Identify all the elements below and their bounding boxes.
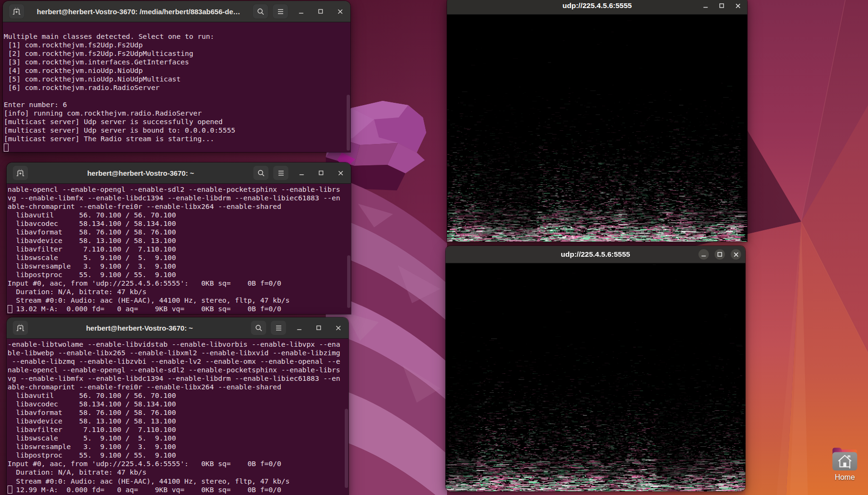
new-tab-button[interactable] bbox=[12, 165, 28, 180]
close-button[interactable] bbox=[733, 0, 743, 11]
search-icon bbox=[255, 324, 263, 332]
search-button[interactable] bbox=[251, 320, 267, 335]
minimize-icon bbox=[299, 171, 304, 175]
minimize-icon bbox=[297, 325, 302, 330]
search-button[interactable] bbox=[253, 165, 269, 180]
terminal2-cursor bbox=[8, 305, 12, 313]
minimize-button[interactable] bbox=[698, 249, 709, 260]
close-icon bbox=[336, 325, 341, 331]
terminal1-output: Multiple main classes detected. Select o… bbox=[3, 22, 350, 143]
terminal3-screen[interactable]: -enable-libtwolame --enable-libvidstab -… bbox=[7, 339, 349, 495]
video2-titlebar[interactable]: udp://225.4.5.6:5555 bbox=[446, 246, 745, 263]
search-icon bbox=[257, 169, 265, 177]
terminal2-title: herbert@herbert-Vostro-3670: ~ bbox=[28, 169, 253, 177]
minimize-button[interactable] bbox=[700, 0, 711, 11]
minimize-icon bbox=[703, 3, 708, 8]
maximize-icon bbox=[319, 171, 323, 175]
minimize-icon bbox=[701, 252, 706, 257]
terminal2-titlebar[interactable]: herbert@herbert-Vostro-3670: ~ bbox=[7, 162, 351, 184]
terminal1-titlebar[interactable]: herbert@herbert-Vostro-3670: /media/herb… bbox=[3, 1, 350, 22]
terminal-window-2: herbert@herbert-Vostro-3670: ~ bbox=[7, 162, 351, 314]
terminal-window-3: herbert@herbert-Vostro-3670: ~ bbox=[7, 317, 349, 495]
terminal1-screen[interactable]: Multiple main classes detected. Select o… bbox=[3, 22, 350, 152]
maximize-icon bbox=[316, 325, 321, 330]
search-icon bbox=[257, 8, 265, 16]
terminal3-cursor bbox=[8, 486, 12, 494]
maximize-button[interactable] bbox=[313, 320, 324, 335]
maximize-icon bbox=[318, 9, 323, 14]
window-controls bbox=[698, 246, 741, 263]
terminal-window-1: herbert@herbert-Vostro-3670: /media/herb… bbox=[3, 1, 350, 152]
video2-spectrum-display[interactable] bbox=[446, 263, 745, 491]
close-button[interactable] bbox=[335, 165, 346, 180]
close-icon bbox=[735, 3, 741, 9]
video1-titlebar[interactable]: udp://225.4.5.6:5555 bbox=[447, 0, 747, 15]
terminal2-scrollbar[interactable] bbox=[347, 255, 350, 308]
menu-button[interactable] bbox=[273, 165, 289, 180]
terminal3-output: -enable-libtwolame --enable-libvidstab -… bbox=[7, 339, 349, 494]
close-icon bbox=[338, 9, 343, 14]
close-button[interactable] bbox=[332, 320, 344, 335]
terminal1-scrollbar[interactable] bbox=[347, 95, 350, 151]
maximize-button[interactable] bbox=[715, 249, 725, 260]
home-folder-icon bbox=[832, 446, 858, 471]
hamburger-menu-icon bbox=[275, 325, 282, 331]
terminal1-cursor bbox=[4, 144, 9, 152]
window-controls bbox=[700, 0, 743, 14]
terminal3-title: herbert@herbert-Vostro-3670: ~ bbox=[28, 324, 251, 332]
new-tab-icon bbox=[16, 323, 25, 333]
close-icon bbox=[734, 252, 739, 257]
menu-button[interactable] bbox=[270, 320, 286, 335]
maximize-icon bbox=[717, 252, 722, 257]
maximize-button[interactable] bbox=[716, 0, 727, 11]
terminal1-title: herbert@herbert-Vostro-3670: /media/herb… bbox=[25, 8, 252, 16]
maximize-icon bbox=[719, 3, 724, 8]
new-tab-icon bbox=[12, 7, 21, 16]
terminal2-screen[interactable]: nable-opencl --enable-opengl --enable-sd… bbox=[7, 184, 351, 314]
terminal3-titlebar[interactable]: herbert@herbert-Vostro-3670: ~ bbox=[7, 317, 349, 339]
search-button[interactable] bbox=[252, 4, 268, 19]
terminal2-output: nable-opencl --enable-opengl --enable-sd… bbox=[7, 184, 351, 313]
minimize-button[interactable] bbox=[296, 165, 307, 180]
close-button[interactable] bbox=[334, 4, 346, 19]
maximize-button[interactable] bbox=[315, 165, 327, 180]
hamburger-menu-icon bbox=[277, 9, 284, 15]
video-window-2: udp://225.4.5.6:5555 bbox=[446, 246, 745, 491]
close-icon bbox=[338, 171, 343, 176]
new-tab-button[interactable] bbox=[9, 4, 25, 19]
minimize-button[interactable] bbox=[295, 4, 307, 19]
home-folder-desktop-icon[interactable]: Home bbox=[826, 446, 864, 482]
minimize-button[interactable] bbox=[294, 320, 305, 335]
home-icon-label: Home bbox=[826, 473, 864, 482]
maximize-button[interactable] bbox=[315, 4, 326, 19]
new-tab-icon bbox=[16, 168, 25, 178]
video-window-1: udp://225.4.5.6:5555 bbox=[447, 0, 747, 242]
new-tab-button[interactable] bbox=[12, 320, 28, 335]
hamburger-menu-icon bbox=[277, 170, 285, 176]
close-button[interactable] bbox=[731, 249, 741, 260]
menu-button[interactable] bbox=[272, 4, 288, 19]
video1-spectrum-display[interactable] bbox=[447, 15, 747, 242]
terminal3-scrollbar[interactable] bbox=[345, 409, 348, 488]
minimize-icon bbox=[299, 9, 304, 14]
